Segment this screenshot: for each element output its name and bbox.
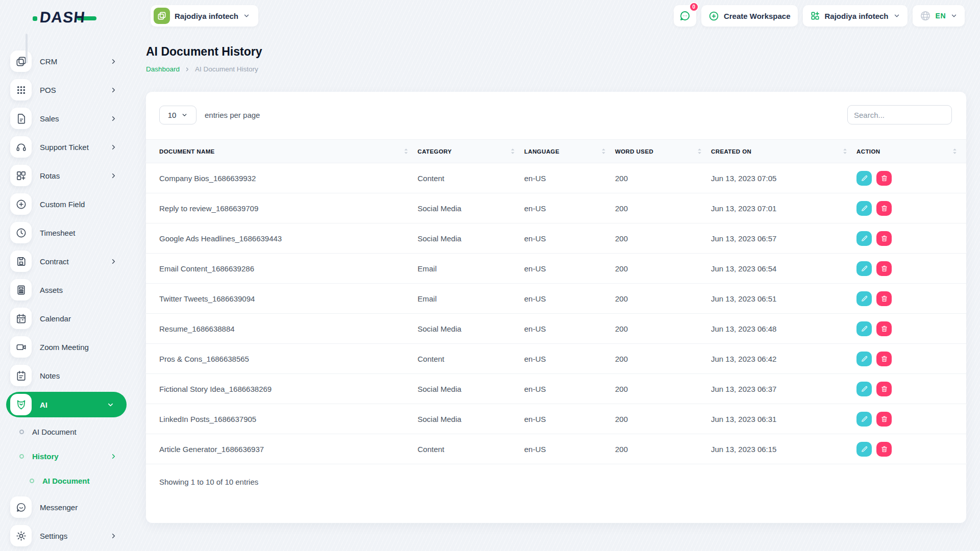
sidebar-subitem-ai-document[interactable]: AI Document xyxy=(0,468,133,493)
edit-button[interactable] xyxy=(856,231,872,246)
sidebar-subitem-history[interactable]: History xyxy=(0,444,133,468)
cell-category: Social Media xyxy=(418,223,524,254)
cell-category: Content xyxy=(418,344,524,374)
workspace-avatar-icon xyxy=(154,8,170,24)
cell-word-used: 200 xyxy=(615,374,711,404)
table-row: Email Content_1686639286Emailen-US200Jun… xyxy=(146,254,966,284)
pencil-icon xyxy=(861,445,868,453)
delete-button[interactable] xyxy=(876,201,892,216)
messenger-button[interactable]: 0 xyxy=(674,5,696,27)
chevron-down-icon xyxy=(893,12,900,19)
cell-category: Social Media xyxy=(418,193,524,223)
column-header-word-used[interactable]: WORD USED xyxy=(615,140,711,163)
table-row: Google Ads Headlines_1686639443Social Me… xyxy=(146,223,966,254)
table-card: 10 entries per page DOCUMENT NAMECATEGOR… xyxy=(146,92,966,523)
sidebar-item-sales[interactable]: Sales xyxy=(0,104,133,133)
globe-icon xyxy=(920,10,931,21)
cell-language: en-US xyxy=(524,344,615,374)
cell-category: Content xyxy=(418,163,524,193)
edit-button[interactable] xyxy=(856,412,872,427)
cell-document-name: Resume_1686638884 xyxy=(146,314,418,344)
cell-document-name: Reply to review_1686639709 xyxy=(146,193,418,223)
cell-actions xyxy=(856,374,966,404)
sidebar-item-settings[interactable]: Settings xyxy=(0,521,133,550)
sidebar-item-ai[interactable]: AI xyxy=(6,392,127,417)
delete-button[interactable] xyxy=(876,231,892,246)
sidebar-item-support-ticket[interactable]: Support Ticket xyxy=(0,133,133,161)
workspace-switcher[interactable]: Rajodiya infotech xyxy=(151,5,258,27)
edit-button[interactable] xyxy=(856,201,872,216)
cell-category: Email xyxy=(418,284,524,314)
cell-document-name: Fictional Story Idea_1686638269 xyxy=(146,374,418,404)
trash-icon xyxy=(880,385,888,393)
table-row: Fictional Story Idea_1686638269Social Me… xyxy=(146,374,966,404)
cell-created-on: Jun 13, 2023 06:42 xyxy=(711,344,856,374)
language-code: EN xyxy=(936,12,946,20)
sidebar-scrollbar[interactable] xyxy=(26,34,28,63)
sidebar-subitem-ai-document[interactable]: AI Document xyxy=(0,419,133,444)
cell-created-on: Jun 13, 2023 07:01 xyxy=(711,193,856,223)
sidebar-item-assets[interactable]: Assets xyxy=(0,276,133,304)
sidebar-item-messenger[interactable]: Messenger xyxy=(0,493,133,521)
sort-arrows-icon[interactable] xyxy=(403,147,409,155)
cell-language: en-US xyxy=(524,223,615,254)
cell-actions xyxy=(856,223,966,254)
edit-button[interactable] xyxy=(856,352,872,366)
edit-button[interactable] xyxy=(856,291,872,306)
edit-button[interactable] xyxy=(856,261,872,276)
settings-icon xyxy=(10,525,32,546)
delete-button[interactable] xyxy=(876,321,892,336)
delete-button[interactable] xyxy=(876,352,892,366)
breadcrumb-dashboard-link[interactable]: Dashboard xyxy=(146,65,180,73)
trash-icon xyxy=(880,295,888,303)
delete-button[interactable] xyxy=(876,442,892,457)
column-header-action[interactable]: ACTION xyxy=(856,140,966,163)
cell-language: en-US xyxy=(524,193,615,223)
company-dropdown[interactable]: Rajodiya infotech xyxy=(803,5,908,27)
sidebar-item-rotas[interactable]: Rotas xyxy=(0,161,133,190)
sort-arrows-icon[interactable] xyxy=(842,147,848,155)
pencil-icon xyxy=(861,385,868,393)
table-row: Twitter Tweets_1686639094Emailen-US200Ju… xyxy=(146,284,966,314)
edit-button[interactable] xyxy=(856,382,872,396)
search-input[interactable] xyxy=(847,105,952,124)
sort-arrows-icon[interactable] xyxy=(696,147,703,155)
edit-button[interactable] xyxy=(856,171,872,186)
pencil-icon xyxy=(861,174,868,182)
delete-button[interactable] xyxy=(876,382,892,396)
sort-arrows-icon[interactable] xyxy=(951,147,958,155)
cell-word-used: 200 xyxy=(615,284,711,314)
column-header-language[interactable]: LANGUAGE xyxy=(524,140,615,163)
language-dropdown[interactable]: EN xyxy=(913,5,965,27)
create-workspace-button[interactable]: Create Workspace xyxy=(701,5,798,27)
sidebar-item-crm[interactable]: CRM xyxy=(0,47,133,76)
delete-button[interactable] xyxy=(876,412,892,427)
sort-arrows-icon[interactable] xyxy=(600,147,607,155)
cell-category: Social Media xyxy=(418,374,524,404)
sidebar-item-timesheet[interactable]: Timesheet xyxy=(0,218,133,247)
delete-button[interactable] xyxy=(876,291,892,306)
delete-button[interactable] xyxy=(876,261,892,276)
sidebar-item-zoom-meeting[interactable]: Zoom Meeting xyxy=(0,333,133,361)
sidebar-item-contract[interactable]: Contract xyxy=(0,247,133,276)
column-header-category[interactable]: CATEGORY xyxy=(418,140,524,163)
edit-button[interactable] xyxy=(856,442,872,457)
edit-button[interactable] xyxy=(856,321,872,336)
column-header-created-on[interactable]: CREATED ON xyxy=(711,140,856,163)
crm-icon xyxy=(10,51,32,72)
logo-wordmark: DASH xyxy=(39,10,86,25)
sort-arrows-icon[interactable] xyxy=(509,147,516,155)
trash-icon xyxy=(880,415,888,423)
sidebar-item-pos[interactable]: POS xyxy=(0,76,133,104)
chevron-right-icon xyxy=(110,172,117,180)
entries-per-page-select[interactable]: 10 xyxy=(159,106,197,124)
trash-icon xyxy=(880,355,888,363)
sidebar-item-notes[interactable]: Notes xyxy=(0,361,133,390)
delete-button[interactable] xyxy=(876,171,892,186)
sidebar-item-calendar[interactable]: Calendar xyxy=(0,304,133,333)
assets-icon xyxy=(10,279,32,300)
topbar: DASH Rajodiya infotech 0 Create Workspac… xyxy=(0,0,980,33)
trash-icon xyxy=(880,235,888,242)
sidebar-item-custom-field[interactable]: Custom Field xyxy=(0,190,133,218)
column-header-document-name[interactable]: DOCUMENT NAME xyxy=(146,140,418,163)
